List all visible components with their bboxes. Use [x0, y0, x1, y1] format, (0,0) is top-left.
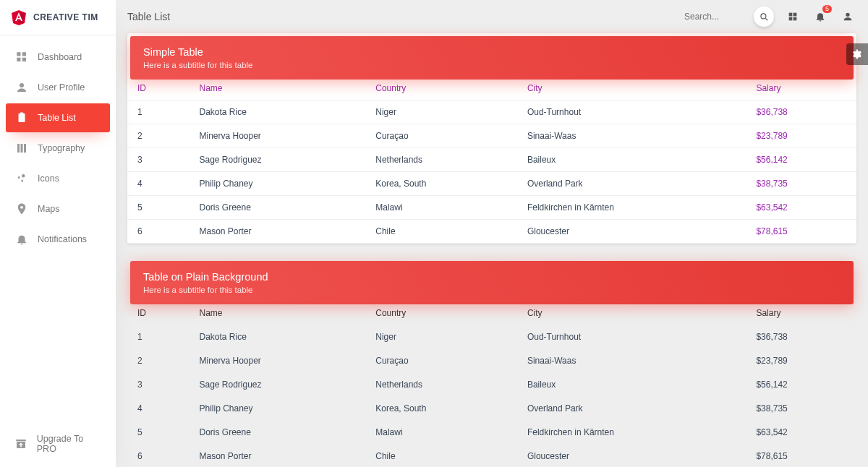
simple-table-card: Simple Table Here is a subtitle for this… [127, 33, 856, 244]
search-wrap [684, 7, 774, 27]
table-cell: $23,789 [746, 124, 856, 148]
table-header: City [517, 301, 746, 325]
table-cell: Niger [365, 325, 517, 349]
table-cell: Feldkirchen in Kärnten [517, 421, 746, 445]
notifications-icon[interactable]: 5 [812, 8, 829, 25]
table-row: 4Philip ChaneyKorea, SouthOverland Park$… [127, 397, 856, 421]
table-cell: Malawi [365, 421, 517, 445]
table-cell: $36,738 [746, 100, 856, 124]
table-cell: Malawi [365, 196, 517, 220]
sidebar-item-dashboard[interactable]: Dashboard [6, 43, 110, 72]
table-cell: Philip Chaney [189, 397, 365, 421]
bell-icon [14, 232, 29, 247]
sidebar-menu: DashboardUser ProfileTable ListTypograph… [0, 35, 116, 421]
table-cell: 6 [127, 445, 189, 468]
sidebar-item-user-profile[interactable]: User Profile [6, 73, 110, 102]
table-cell: 3 [127, 148, 189, 172]
angular-logo-icon [10, 9, 27, 26]
table-row: 3Sage RodriguezNetherlandsBaileux$56,142 [127, 148, 856, 172]
table-cell: Minerva Hooper [189, 124, 365, 148]
table-cell: Philip Chaney [189, 172, 365, 196]
location-icon [14, 202, 29, 216]
sidebar-item-maps[interactable]: Maps [6, 194, 110, 223]
sidebar-item-table-list[interactable]: Table List [6, 103, 110, 132]
table-cell: Sage Rodriguez [189, 373, 365, 397]
sidebar-header[interactable]: CREATIVE TIM [0, 0, 116, 35]
library-icon [14, 141, 29, 155]
notification-badge: 5 [822, 5, 832, 13]
table-cell: $23,789 [746, 349, 856, 373]
table-cell: Sage Rodriguez [189, 148, 365, 172]
search-button[interactable] [754, 7, 774, 27]
dashboard-icon[interactable] [784, 8, 801, 25]
table-cell: 5 [127, 196, 189, 220]
table-row: 1Dakota RiceNigerOud-Turnhout$36,738 [127, 100, 856, 124]
table-row: 1Dakota RiceNigerOud-Turnhout$36,738 [127, 325, 856, 349]
upgrade-label: Upgrade To PRO [37, 434, 101, 454]
sidebar-item-label: Icons [38, 173, 59, 184]
table-cell: Sinaai-Waas [517, 124, 746, 148]
search-input[interactable] [684, 12, 749, 22]
table-cell: Korea, South [365, 172, 517, 196]
table-header: Name [189, 301, 365, 325]
table-cell: $56,142 [746, 148, 856, 172]
unarchive-icon [14, 437, 28, 451]
card-title: Simple Table [143, 46, 841, 58]
table-cell: Mason Porter [189, 220, 365, 244]
sidebar-item-icons[interactable]: Icons [6, 164, 110, 193]
settings-fab[interactable] [846, 43, 868, 65]
table-cell: Curaçao [365, 349, 517, 373]
table-row: 4Philip ChaneyKorea, SouthOverland Park$… [127, 172, 856, 196]
table-row: 5Doris GreeneMalawiFeldkirchen in Kärnte… [127, 421, 856, 445]
table-cell: Mason Porter [189, 445, 365, 468]
table-cell: 6 [127, 220, 189, 244]
table-cell: $38,735 [746, 172, 856, 196]
table-cell: Gloucester [517, 220, 746, 244]
table-cell: 2 [127, 124, 189, 148]
page-title: Table List [127, 11, 170, 22]
table-cell: $36,738 [746, 325, 856, 349]
gear-icon [851, 48, 863, 60]
topbar: Table List 5 [116, 0, 868, 33]
sidebar-item-typography[interactable]: Typography [6, 134, 110, 163]
card-subtitle: Here is a subtitle for this table [143, 286, 841, 294]
table-header: ID [127, 301, 189, 325]
table-cell: Korea, South [365, 397, 517, 421]
main: Table List 5 Simple Table Here is a subt… [116, 0, 868, 467]
table-cell: 3 [127, 373, 189, 397]
sidebar-item-notifications[interactable]: Notifications [6, 225, 110, 254]
table-cell: 5 [127, 421, 189, 445]
table-cell: Sinaai-Waas [517, 349, 746, 373]
table-cell: Oud-Turnhout [517, 100, 746, 124]
table-header: Name [189, 77, 365, 100]
upgrade-to-pro[interactable]: Upgrade To PRO [6, 427, 110, 461]
sidebar-item-label: Dashboard [38, 52, 82, 62]
table-cell: 2 [127, 349, 189, 373]
sidebar: CREATIVE TIM DashboardUser ProfileTable … [0, 0, 116, 467]
table-cell: $38,735 [746, 397, 856, 421]
table-cell: 4 [127, 397, 189, 421]
table-header: ID [127, 77, 189, 100]
table-cell: Overland Park [517, 397, 746, 421]
sidebar-item-label: User Profile [38, 82, 85, 93]
table-cell: Feldkirchen in Kärnten [517, 196, 746, 220]
table-row: 5Doris GreeneMalawiFeldkirchen in Kärnte… [127, 196, 856, 220]
table-cell: 1 [127, 100, 189, 124]
table-header: Country [365, 77, 517, 100]
card-title: Table on Plain Background [143, 271, 841, 283]
table-header: Salary [746, 301, 856, 325]
account-icon[interactable] [839, 8, 856, 25]
sidebar-footer: Upgrade To PRO [0, 421, 116, 467]
content: Simple Table Here is a subtitle for this… [116, 33, 868, 467]
card-header-plain: Table on Plain Background Here is a subt… [130, 261, 854, 304]
table-row: 3Sage RodriguezNetherlandsBaileux$56,142 [127, 373, 856, 397]
person-icon [14, 80, 29, 95]
table-cell: Dakota Rice [189, 100, 365, 124]
table-header: Salary [746, 77, 856, 100]
table-cell: $56,142 [746, 373, 856, 397]
table-cell: Dakota Rice [189, 325, 365, 349]
table-cell: $78,615 [746, 445, 856, 468]
sidebar-item-label: Maps [38, 204, 60, 214]
table-cell: $63,542 [746, 421, 856, 445]
table-cell: Baileux [517, 148, 746, 172]
